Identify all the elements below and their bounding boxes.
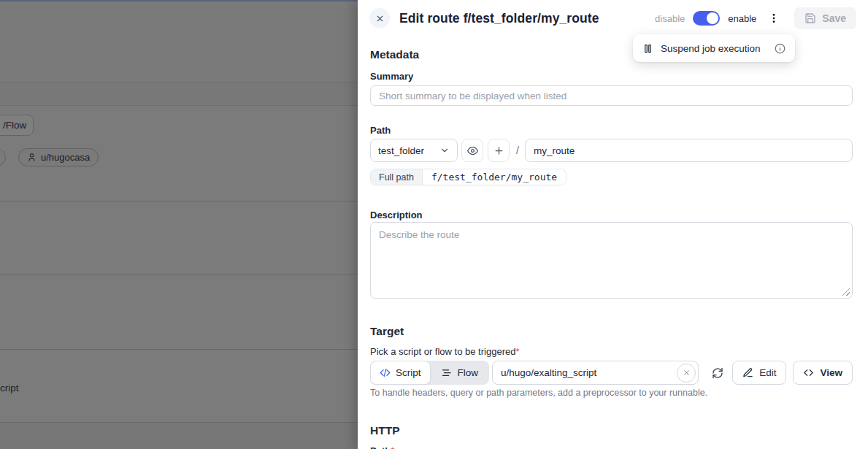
description-wrap <box>370 222 853 299</box>
full-path-badge: Full path <box>371 169 422 185</box>
refresh-icon <box>712 367 723 379</box>
suspend-menu-label: Suspend job execution <box>661 43 761 54</box>
view-runnable-button[interactable]: View <box>793 361 853 385</box>
picker-label-text: Pick a script or flow to be triggered <box>370 346 515 357</box>
pencil-icon <box>742 367 753 378</box>
route-name-input[interactable] <box>525 139 853 162</box>
more-options-button[interactable] <box>766 8 782 28</box>
required-asterisk: * <box>391 445 394 449</box>
eye-icon <box>467 145 478 156</box>
description-textarea[interactable] <box>370 222 853 299</box>
description-label: Description <box>370 210 853 220</box>
path-separator: / <box>516 145 519 156</box>
enable-toggle[interactable] <box>693 11 720 26</box>
drawer-title: Edit route f/test_folder/my_route <box>399 11 599 26</box>
refresh-runnable-button[interactable] <box>709 364 726 382</box>
http-path-label-text: Path <box>370 445 391 449</box>
save-button[interactable]: Save <box>794 7 856 29</box>
summary-input[interactable] <box>370 85 853 106</box>
flow-icon <box>441 367 452 378</box>
close-icon <box>375 14 385 23</box>
folder-select-value: test_folder <box>378 145 424 156</box>
info-icon[interactable] <box>775 43 786 54</box>
kebab-menu-icon <box>768 12 780 24</box>
menu-item-suspend-job-execution[interactable]: Suspend job execution <box>633 34 795 62</box>
preprocessor-helper-text: To handle headers, query or path paramet… <box>370 388 853 398</box>
chevron-down-icon <box>439 145 450 156</box>
clear-x-icon <box>683 369 691 377</box>
runnable-kind-toggle: Script Flow <box>370 361 489 385</box>
target-picker-label: Pick a script or flow to be triggered* <box>370 346 853 357</box>
tab-flow[interactable]: Flow <box>431 361 490 385</box>
runnable-path-input[interactable] <box>492 361 699 385</box>
full-path-value: f/test_folder/my_route <box>422 169 566 185</box>
save-icon <box>804 12 816 24</box>
http-path-label: Path* <box>370 445 853 449</box>
edit-runnable-button[interactable]: Edit <box>732 361 786 385</box>
summary-label: Summary <box>370 71 853 82</box>
preview-folder-button[interactable] <box>461 139 483 162</box>
pause-icon <box>642 43 653 54</box>
code-brackets-icon <box>803 367 814 378</box>
header-actions: disable enable Save <box>655 7 856 29</box>
enable-label: enable <box>728 13 756 24</box>
plus-icon <box>493 145 504 156</box>
folder-select[interactable]: test_folder <box>370 139 458 162</box>
add-folder-button[interactable] <box>488 139 510 162</box>
runnable-input-wrap <box>492 361 699 385</box>
edit-button-label: Edit <box>759 367 776 378</box>
clear-runnable-button[interactable] <box>677 364 696 383</box>
drawer-content: Metadata Summary Path test_folder / Full… <box>358 48 868 449</box>
tab-flow-label: Flow <box>457 367 478 378</box>
code-icon <box>380 367 391 378</box>
target-heading: Target <box>370 325 853 338</box>
save-button-label: Save <box>822 12 846 24</box>
close-button[interactable] <box>369 8 390 28</box>
required-asterisk: * <box>515 346 519 357</box>
tab-script[interactable]: Script <box>370 361 431 385</box>
path-row: test_folder / <box>370 139 853 162</box>
view-button-label: View <box>820 367 842 378</box>
target-row: Script Flow Edit <box>370 361 853 385</box>
tab-script-label: Script <box>396 367 421 378</box>
full-path-display: Full path f/test_folder/my_route <box>370 169 566 185</box>
http-heading: HTTP <box>370 424 853 437</box>
edit-route-drawer: Edit route f/test_folder/my_route disabl… <box>358 0 868 449</box>
toggle-knob <box>707 12 718 24</box>
drawer-header: Edit route f/test_folder/my_route disabl… <box>358 0 868 37</box>
disable-label: disable <box>655 13 685 24</box>
path-label: Path <box>370 125 853 136</box>
